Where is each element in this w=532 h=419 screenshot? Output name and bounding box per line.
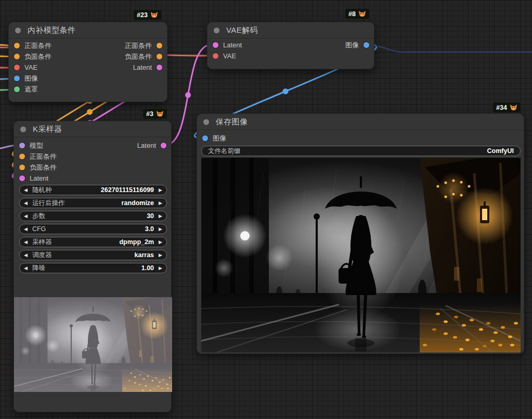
- port-label: VAE: [223, 52, 236, 60]
- widget-scheduler[interactable]: ◀ 调度器 karras ▶: [19, 250, 167, 260]
- input-port[interactable]: [19, 164, 25, 170]
- output-port[interactable]: [157, 65, 162, 70]
- port-label: 图像: [24, 74, 38, 83]
- node-title: 内补模型条件: [28, 26, 75, 35]
- node-id-badge: #34: [493, 103, 521, 112]
- node-id-badge: #8: [345, 9, 369, 19]
- port-label: Latent: [133, 64, 152, 71]
- widget-label: 步数: [32, 212, 45, 221]
- increment-arrow-icon[interactable]: ▶: [159, 239, 162, 245]
- input-port[interactable]: [213, 53, 218, 59]
- port-label: 图像: [345, 41, 359, 50]
- port-label: 遮罩: [24, 85, 38, 94]
- node-title: 保存图像: [216, 117, 248, 127]
- increment-arrow-icon[interactable]: ▶: [159, 187, 162, 193]
- port-label: 负面条件: [125, 52, 152, 61]
- node-header[interactable]: 内补模型条件: [9, 22, 167, 39]
- node-header[interactable]: K采样器: [14, 121, 171, 137]
- preview-noise-overlay: [14, 297, 172, 392]
- widget-label: 文件名前缀: [208, 147, 241, 156]
- port-label: 正面条件: [125, 41, 152, 50]
- node-status-dot[interactable]: [214, 28, 219, 33]
- widget-value[interactable]: 1.00: [141, 264, 154, 272]
- widget-denoise[interactable]: ◀ 降噪 1.00 ▶: [19, 263, 167, 273]
- port-label: 正面条件: [30, 152, 57, 161]
- increment-arrow-icon[interactable]: ▶: [159, 265, 162, 271]
- fox-icon: [150, 11, 158, 19]
- decrement-arrow-icon[interactable]: ◀: [24, 239, 28, 245]
- widget-label: 采样器: [32, 238, 52, 247]
- widget-value[interactable]: 30: [147, 212, 154, 220]
- fox-icon: [358, 10, 366, 18]
- output-port[interactable]: [161, 143, 166, 148]
- decrement-arrow-icon[interactable]: ◀: [24, 213, 28, 219]
- node-status-dot[interactable]: [203, 119, 209, 125]
- increment-arrow-icon[interactable]: ▶: [159, 226, 162, 232]
- link-dot: [87, 109, 93, 115]
- link-dot: [283, 88, 289, 94]
- increment-arrow-icon[interactable]: ▶: [159, 252, 162, 258]
- node-id-badge: #23: [134, 10, 161, 20]
- input-port[interactable]: [19, 154, 25, 159]
- widget-value[interactable]: dpmpp_2m: [119, 238, 154, 246]
- input-port[interactable]: [14, 75, 20, 81]
- widget-sampler-name[interactable]: ◀ 采样器 dpmpp_2m ▶: [19, 237, 167, 247]
- output-port[interactable]: [364, 42, 369, 48]
- widget-steps[interactable]: ◀ 步数 30 ▶: [19, 211, 167, 221]
- node-save-image[interactable]: 保存图像 图像 文件名前缀 ComfyUI: [197, 113, 524, 354]
- node-graph-canvas[interactable]: 内补模型条件 正面条件 负面条件 VAE 图像 遮罩 正面条件 负面条件 Lat…: [0, 0, 532, 419]
- widget-seed[interactable]: ◀ 随机种 262701115116099 ▶: [19, 185, 167, 195]
- widget-value[interactable]: 3.0: [145, 225, 154, 233]
- decrement-arrow-icon[interactable]: ◀: [24, 252, 28, 258]
- widget-cfg[interactable]: ◀ CFG 3.0 ▶: [19, 224, 167, 234]
- increment-arrow-icon[interactable]: ▶: [159, 213, 162, 219]
- decrement-arrow-icon[interactable]: ◀: [24, 265, 28, 271]
- port-label: Latent: [137, 142, 156, 149]
- widget-label: CFG: [32, 225, 46, 233]
- output-port[interactable]: [157, 43, 162, 48]
- widget-label: 调度器: [32, 251, 52, 260]
- decrement-arrow-icon[interactable]: ◀: [24, 187, 28, 193]
- badge-number: #34: [496, 104, 507, 111]
- node-id-badge: #3: [143, 109, 167, 119]
- widget-value[interactable]: ComfyUI: [487, 147, 514, 155]
- node-ksampler[interactable]: K采样器 模型 正面条件 负面条件 Latent Latent ◀ 随机种 26…: [14, 121, 172, 412]
- node-title: K采样器: [33, 124, 62, 134]
- widget-control-after-generate[interactable]: ◀ 运行后操作 randomize ▶: [19, 198, 167, 208]
- port-label: 图像: [213, 134, 226, 143]
- port-label: Latent: [30, 174, 48, 182]
- fox-icon: [510, 104, 517, 111]
- increment-arrow-icon[interactable]: ▶: [159, 200, 162, 206]
- saved-image-preview: [201, 158, 521, 352]
- node-title: VAE解码: [226, 26, 258, 35]
- widget-value[interactable]: 262701115116099: [101, 186, 154, 194]
- widget-label: 降噪: [32, 264, 45, 273]
- wire-image-offscreen: [370, 46, 532, 52]
- decrement-arrow-icon[interactable]: ◀: [24, 200, 28, 206]
- widget-value[interactable]: karras: [135, 251, 154, 259]
- node-status-dot[interactable]: [20, 126, 26, 132]
- badge-number: #23: [137, 11, 148, 19]
- output-port[interactable]: [157, 54, 162, 59]
- input-port[interactable]: [202, 135, 208, 141]
- node-vae-decode[interactable]: VAE解码 Latent VAE 图像: [207, 22, 374, 69]
- node-header[interactable]: VAE解码: [207, 22, 374, 39]
- badge-number: #8: [348, 10, 356, 18]
- node-status-dot[interactable]: [15, 28, 21, 33]
- widget-value[interactable]: randomize: [122, 199, 154, 207]
- sampler-preview-image: [14, 297, 172, 392]
- input-port[interactable]: [19, 175, 25, 181]
- node-inpaint-conditioning[interactable]: 内补模型条件 正面条件 负面条件 VAE 图像 遮罩 正面条件 负面条件 Lat…: [8, 22, 167, 102]
- link-dot: [185, 92, 191, 98]
- widget-label: 运行后操作: [32, 199, 65, 208]
- widget-filename-prefix[interactable]: 文件名前缀 ComfyUI: [201, 146, 521, 156]
- port-label: 负面条件: [30, 163, 57, 172]
- fox-icon: [156, 110, 164, 118]
- decrement-arrow-icon[interactable]: ◀: [24, 226, 28, 232]
- input-port[interactable]: [14, 86, 20, 92]
- widget-label: 随机种: [32, 186, 52, 195]
- badge-number: #3: [146, 110, 153, 118]
- node-header[interactable]: 保存图像: [197, 114, 524, 130]
